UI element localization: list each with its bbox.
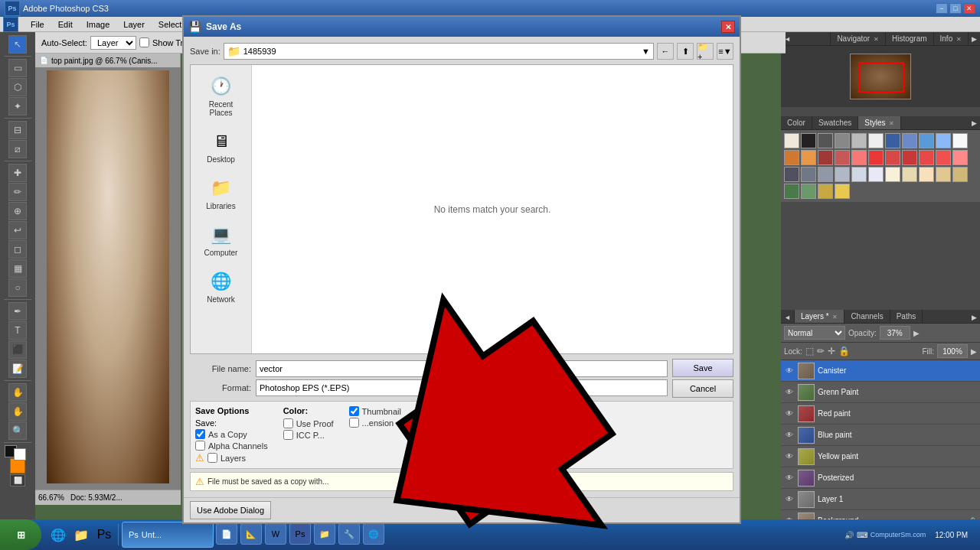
layer-item-yellow-paint[interactable]: 👁 Yellow paint xyxy=(781,446,980,467)
swatch-28[interactable] xyxy=(868,167,884,182)
layer-visibility-blue[interactable]: 👁 xyxy=(784,430,795,441)
taskbar-icon-4[interactable]: 🔧 xyxy=(338,523,360,545)
swatch-4[interactable] xyxy=(835,133,850,148)
swatch-16[interactable] xyxy=(851,150,867,165)
file-explorer-btn[interactable]: 📁 xyxy=(70,524,92,545)
ps-maximize-btn[interactable]: □ xyxy=(949,3,962,14)
tool-magic-wand[interactable]: ✦ xyxy=(8,97,27,116)
view-menu-btn[interactable]: ≡▼ xyxy=(717,43,733,60)
tab-layers[interactable]: Layers * ✕ xyxy=(795,310,844,323)
lock-position-btn[interactable]: ✛ xyxy=(828,346,835,356)
as-a-copy-checkbox[interactable] xyxy=(195,429,205,439)
tab-channels[interactable]: Channels xyxy=(844,310,890,323)
layers-tab-close[interactable]: ✕ xyxy=(832,314,838,321)
ps-close-btn[interactable]: ✕ xyxy=(963,3,975,14)
taskbar-icon-2[interactable]: 📐 xyxy=(240,523,262,545)
tab-swatches[interactable]: Swatches xyxy=(812,116,858,129)
layers-panel-menu[interactable]: ▶ xyxy=(969,311,980,323)
layer-visibility-layer1[interactable]: 👁 xyxy=(784,494,795,505)
tool-marquee-rect[interactable]: ▭ xyxy=(8,59,27,77)
swatch-26[interactable] xyxy=(835,167,850,182)
layers-checkbox[interactable] xyxy=(207,453,217,463)
swatch-31[interactable] xyxy=(919,167,934,182)
nav-back-btn[interactable]: ← xyxy=(657,43,674,60)
tool-crop[interactable]: ⊟ xyxy=(8,121,27,139)
taskbar-icon-5[interactable]: 🌐 xyxy=(363,523,384,545)
layer-visibility-grenn[interactable]: 👁 xyxy=(784,387,795,398)
swatch-21[interactable] xyxy=(936,150,951,165)
tab-info[interactable]: Info ✕ xyxy=(934,32,969,45)
layer-visibility-canister[interactable]: 👁 xyxy=(784,366,795,376)
dialog-close-btn[interactable]: ✕ xyxy=(721,21,735,33)
show-transform-checkbox[interactable] xyxy=(139,37,149,47)
swatch-10[interactable] xyxy=(936,133,951,148)
tab-histogram[interactable]: Histogram xyxy=(886,32,934,45)
tool-zoom[interactable]: 🔍 xyxy=(8,421,27,440)
menu-edit[interactable]: Edit xyxy=(52,18,79,31)
layer-item-blue-paint[interactable]: 👁 Blue paint xyxy=(781,425,980,446)
tool-history-brush[interactable]: ↩ xyxy=(8,221,27,239)
use-adobe-dialog-btn[interactable]: Use Adobe Dialog xyxy=(190,501,271,519)
alpha-channels-checkbox[interactable] xyxy=(195,441,205,451)
format-select[interactable]: Photoshop EPS (*.EPS) Photoshop (*.PSD) … xyxy=(256,379,668,396)
quick-mask-btn[interactable] xyxy=(10,458,25,474)
swatch-18[interactable] xyxy=(885,150,900,165)
swatch-20[interactable] xyxy=(919,150,934,165)
layers-panel-collapse[interactable]: ◄ xyxy=(781,311,795,323)
fill-arrow-down[interactable]: ▶ xyxy=(971,347,977,356)
swatch-23[interactable] xyxy=(784,167,799,182)
tool-text[interactable]: T xyxy=(8,321,27,340)
swatch-1[interactable] xyxy=(784,133,799,148)
opacity-arrow-down[interactable]: ▶ xyxy=(913,329,920,337)
cancel-button[interactable]: Cancel xyxy=(672,379,733,398)
swatch-9[interactable] xyxy=(919,133,934,148)
lock-all-btn[interactable]: 🔒 xyxy=(838,346,850,356)
background-color[interactable] xyxy=(14,448,26,461)
tool-clone[interactable]: ⊕ xyxy=(8,202,27,220)
mid-panel-menu[interactable]: ▶ xyxy=(969,116,980,129)
swatch-13[interactable] xyxy=(801,150,816,165)
menu-file[interactable]: File xyxy=(24,18,51,31)
swatch-19[interactable] xyxy=(902,150,917,165)
file-name-input[interactable] xyxy=(256,360,668,377)
tab-navigator-close[interactable]: ✕ xyxy=(874,36,879,43)
tool-pen[interactable]: ✒ xyxy=(8,302,27,321)
tool-gradient[interactable]: ▦ xyxy=(8,259,27,278)
use-proof-checkbox[interactable] xyxy=(283,418,293,428)
tool-healing[interactable]: ✚ xyxy=(8,164,27,182)
swatch-3[interactable] xyxy=(818,133,833,148)
tool-shape[interactable]: ⬛ xyxy=(8,340,27,359)
swatch-36[interactable] xyxy=(818,184,833,199)
ps-quick-btn[interactable]: Ps xyxy=(93,524,115,545)
swatch-5[interactable] xyxy=(851,133,867,148)
tool-slice[interactable]: ⧄ xyxy=(8,140,27,158)
top-panel-collapse[interactable]: ◄ xyxy=(781,32,831,45)
swatch-12[interactable] xyxy=(784,150,799,165)
nav-up-btn[interactable]: ⬆ xyxy=(677,43,694,60)
menu-layer[interactable]: Layer xyxy=(117,18,151,31)
tab-info-close[interactable]: ✕ xyxy=(956,36,962,43)
swatch-27[interactable] xyxy=(851,167,867,182)
tool-lasso[interactable]: ⬡ xyxy=(8,78,27,96)
tab-color[interactable]: Color xyxy=(781,116,812,129)
taskbar-item-photoshop[interactable]: Ps Unt... xyxy=(122,522,214,548)
swatch-15[interactable] xyxy=(835,150,850,165)
tool-eyedropper[interactable]: ✋ xyxy=(8,383,27,402)
nav-libraries[interactable]: 📁 Libraries xyxy=(194,173,248,213)
layer-item-posterized[interactable]: 👁 Posterized xyxy=(781,467,980,489)
layer-item-canister[interactable]: 👁 Canister xyxy=(781,360,980,382)
layer-visibility-poster[interactable]: 👁 xyxy=(784,473,795,483)
swatch-14[interactable] xyxy=(818,150,833,165)
swatch-2[interactable] xyxy=(801,133,816,148)
swatch-33[interactable] xyxy=(952,167,968,182)
layer-item-layer1[interactable]: 👁 Layer 1 xyxy=(781,489,980,510)
create-folder-btn[interactable]: 📁+ xyxy=(697,43,714,60)
top-panel-menu[interactable]: ▶ xyxy=(969,32,980,45)
taskbar-icon-ps2[interactable]: Ps xyxy=(289,523,311,545)
swatch-25[interactable] xyxy=(818,167,833,182)
swatch-30[interactable] xyxy=(902,167,917,182)
nav-desktop[interactable]: 🖥 Desktop xyxy=(194,126,248,167)
layer-item-grenn-paint[interactable]: 👁 Grenn Paint xyxy=(781,382,980,403)
menu-image[interactable]: Image xyxy=(80,18,116,31)
nav-computer[interactable]: 💻 Computer xyxy=(194,220,248,260)
